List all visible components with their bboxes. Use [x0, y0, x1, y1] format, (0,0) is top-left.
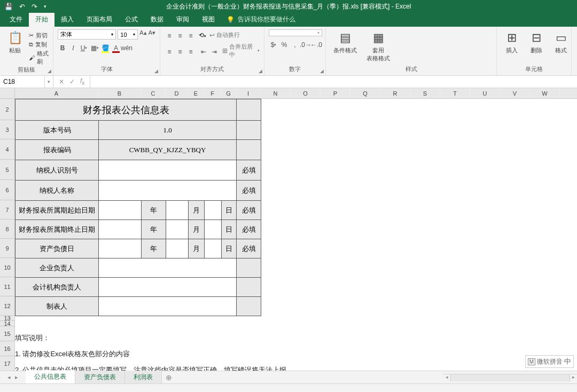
- italic-button[interactable]: I: [68, 43, 78, 53]
- row-value[interactable]: [99, 181, 237, 201]
- dialog-launcher-icon[interactable]: ◢: [154, 68, 158, 74]
- row-header[interactable]: 7: [0, 200, 14, 219]
- dialog-launcher-icon[interactable]: ◢: [48, 68, 51, 74]
- minimize-button[interactable]: [510, 0, 532, 13]
- undo-icon[interactable]: ↶: [19, 3, 25, 11]
- increase-decimal-button[interactable]: .0→: [301, 40, 310, 50]
- cells-area[interactable]: 财务报表公共信息表 版本号码1.0 报表编码CWBB_QY_KJZZ_YBQY …: [15, 99, 286, 375]
- sheet-nav-last-icon[interactable]: ▸: [15, 374, 18, 381]
- increase-indent-button[interactable]: ⇥: [209, 47, 219, 57]
- col-header[interactable]: Q: [350, 88, 380, 98]
- col-header[interactable]: O: [291, 88, 321, 98]
- name-box[interactable]: C18: [0, 76, 45, 88]
- row-value[interactable]: [99, 297, 237, 316]
- delete-cells-button[interactable]: ⊟删除: [526, 29, 547, 56]
- enter-icon[interactable]: ✓: [69, 78, 75, 85]
- row-header[interactable]: 5: [0, 160, 14, 180]
- format-painter-button[interactable]: 🖌格式刷: [29, 50, 49, 66]
- tab-review[interactable]: 审阅: [170, 12, 196, 27]
- col-header[interactable]: G: [221, 88, 236, 98]
- align-center-button[interactable]: ≡: [175, 47, 185, 57]
- dialog-launcher-icon[interactable]: ◢: [320, 68, 324, 74]
- border-button[interactable]: ▦▾: [90, 43, 99, 53]
- row-header[interactable]: 17: [0, 356, 14, 371]
- sheet-tab[interactable]: 公共信息表: [26, 370, 75, 385]
- row-header[interactable]: 4: [0, 139, 14, 160]
- ime-indicator[interactable]: M微软拼音中: [525, 355, 574, 368]
- underline-button[interactable]: U▾: [79, 43, 89, 53]
- sheet-tab[interactable]: 资产负债表: [75, 371, 125, 384]
- format-cells-button[interactable]: ▭格式: [550, 29, 572, 56]
- col-header[interactable]: D: [166, 88, 188, 98]
- paste-button[interactable]: 📋 粘贴: [4, 29, 26, 56]
- dialog-launcher-icon[interactable]: ◢: [259, 68, 262, 74]
- increase-font-icon[interactable]: A▴: [139, 29, 146, 40]
- wrap-text-button[interactable]: ↩自动换行: [209, 31, 240, 39]
- percent-button[interactable]: %: [279, 40, 289, 50]
- row-header[interactable]: 8: [0, 219, 14, 239]
- insert-cells-button[interactable]: ⊞插入: [501, 29, 523, 56]
- tab-insert[interactable]: 插入: [54, 12, 80, 27]
- row-value[interactable]: [99, 160, 237, 181]
- tab-formulas[interactable]: 公式: [119, 12, 144, 27]
- tab-view[interactable]: 视图: [196, 12, 221, 27]
- number-format-dropdown[interactable]: ▾: [269, 29, 322, 36]
- month-input[interactable]: [166, 220, 189, 239]
- row-header[interactable]: 6: [0, 180, 14, 200]
- year-input[interactable]: [99, 220, 142, 239]
- tab-file[interactable]: 文件: [3, 12, 29, 27]
- row-header[interactable]: 16: [0, 341, 14, 356]
- align-left-button[interactable]: ≡: [165, 47, 174, 57]
- row-header[interactable]: 15: [0, 326, 14, 341]
- accounting-format-button[interactable]: $▾: [269, 40, 278, 50]
- row-header[interactable]: 12: [0, 296, 14, 316]
- qat-customize-icon[interactable]: ▾: [44, 4, 46, 9]
- copy-button[interactable]: ⧉复制: [29, 41, 49, 49]
- tab-home[interactable]: 开始: [29, 12, 54, 27]
- align-right-button[interactable]: ≡: [186, 47, 196, 57]
- col-header[interactable]: E: [188, 88, 204, 98]
- orientation-button[interactable]: ⟲▾: [199, 32, 206, 39]
- tab-pagelayout[interactable]: 页面布局: [80, 12, 119, 27]
- col-header[interactable]: N: [261, 88, 291, 98]
- year-input[interactable]: [99, 201, 142, 220]
- cut-button[interactable]: ✂剪切: [29, 32, 49, 40]
- save-icon[interactable]: 💾: [4, 3, 13, 11]
- col-header[interactable]: F: [204, 88, 221, 98]
- horizontal-scrollbar[interactable]: ◂ ▸: [443, 374, 577, 381]
- conditional-format-button[interactable]: ▤条件格式: [330, 29, 360, 56]
- font-color-button[interactable]: A: [111, 43, 121, 53]
- font-size-dropdown[interactable]: 10▾: [118, 29, 138, 40]
- table-format-button[interactable]: ▦套用 表格格式: [363, 29, 393, 64]
- month-input[interactable]: [166, 201, 189, 220]
- col-header[interactable]: T: [440, 88, 470, 98]
- sheet-tab[interactable]: 利润表: [125, 371, 162, 384]
- fx-icon[interactable]: fx: [80, 77, 84, 86]
- tell-me[interactable]: 💡 告诉我你想要做什么: [227, 15, 295, 27]
- col-header[interactable]: R: [380, 88, 410, 98]
- col-header[interactable]: I: [236, 88, 261, 98]
- row-value[interactable]: [99, 258, 237, 278]
- year-input[interactable]: [99, 239, 142, 258]
- new-sheet-button[interactable]: ⊕: [162, 373, 176, 382]
- col-header[interactable]: P: [321, 88, 350, 98]
- row-header[interactable]: 10: [0, 258, 14, 277]
- fill-color-button[interactable]: 🪣: [100, 43, 110, 53]
- tab-data[interactable]: 数据: [144, 12, 170, 27]
- col-header[interactable]: C: [141, 88, 166, 98]
- row-header[interactable]: 11: [0, 277, 14, 296]
- decrease-font-icon[interactable]: A▾: [149, 29, 155, 40]
- phonetic-button[interactable]: wén: [122, 43, 131, 53]
- decrease-decimal-button[interactable]: ←.0: [311, 40, 321, 50]
- col-header[interactable]: S: [410, 88, 440, 98]
- align-middle-button[interactable]: ≡: [175, 31, 185, 41]
- maximize-button[interactable]: [532, 0, 555, 13]
- merge-center-button[interactable]: ⊞合并后居中▾: [222, 43, 260, 59]
- col-header[interactable]: B: [98, 88, 141, 98]
- decrease-indent-button[interactable]: ⇤: [199, 47, 208, 57]
- name-box-dropdown-icon[interactable]: ▾: [45, 76, 53, 88]
- row-header[interactable]: 2: [0, 99, 14, 120]
- ribbon-options-button[interactable]: [487, 0, 510, 13]
- bold-button[interactable]: B: [58, 43, 67, 53]
- font-name-dropdown[interactable]: 宋体▾: [58, 29, 116, 40]
